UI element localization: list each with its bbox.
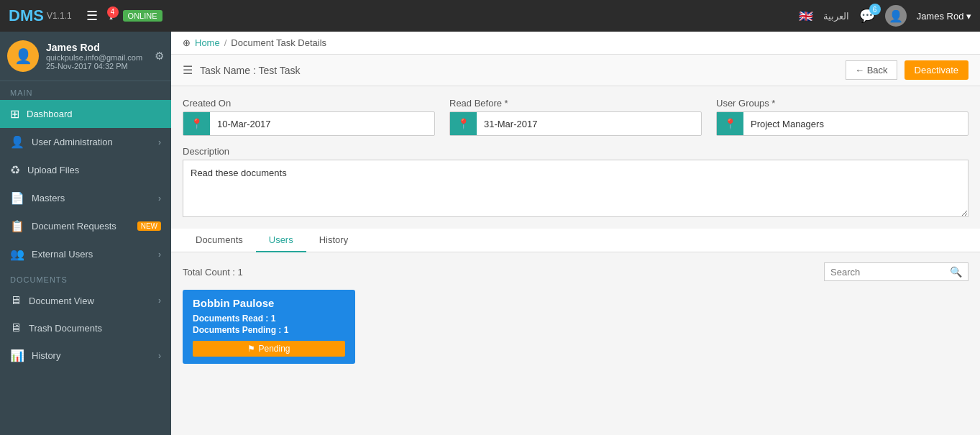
calendar-icon: 📍 — [183, 112, 210, 135]
online-status: ONLINE — [123, 10, 162, 22]
tab-users[interactable]: Users — [256, 229, 306, 252]
sidebar-item-masters[interactable]: 📄 Masters › — [0, 184, 171, 212]
back-button[interactable]: ← Back — [846, 60, 897, 80]
sidebar-item-label: Trash Documents — [29, 323, 102, 334]
chevron-right-icon: › — [158, 137, 161, 147]
hamburger-icon[interactable]: ☰ — [86, 8, 98, 24]
user-groups-value: Project Managers — [743, 113, 968, 135]
sidebar-item-document-view[interactable]: 🖥 Document View › — [0, 287, 171, 314]
content-area: ⊕ Home / Document Task Details ☰ Task Na… — [171, 32, 980, 435]
docs-read-label: Documents Read : — [193, 313, 268, 324]
user-card-docs-pending: Documents Pending : 1 — [193, 325, 345, 335]
description-textarea[interactable]: Read these documents — [183, 160, 968, 217]
notification-badge: 4 — [107, 6, 119, 18]
sidebar-item-document-requests[interactable]: 📋 Document Requests NEW — [0, 212, 171, 240]
sidebar-profile: 👤 James Rod quickpulse.info@gmail.com 25… — [0, 32, 171, 81]
gear-icon[interactable]: ⚙ — [155, 50, 164, 63]
documents-section-label: DOCUMENTS — [0, 268, 171, 287]
chevron-right-icon: › — [158, 249, 161, 260]
chat-button[interactable]: 💬 6 — [859, 8, 875, 24]
profile-info: James Rod quickpulse.info@gmail.com 25-N… — [46, 42, 147, 70]
sidebar-item-dashboard[interactable]: ⊞ Dashboard — [0, 100, 171, 128]
sidebar-item-external-users[interactable]: 👥 External Users › — [0, 240, 171, 268]
chevron-right-icon: › — [158, 193, 161, 203]
user-icon: 👤 — [10, 135, 24, 149]
sidebar-item-upload-files[interactable]: ♻ Upload Files — [0, 156, 171, 184]
sidebar-item-label: Upload Files — [27, 165, 79, 175]
sidebar-item-label: History — [32, 350, 60, 361]
sidebar-item-label: External Users — [32, 249, 93, 260]
sidebar: 👤 James Rod quickpulse.info@gmail.com 25… — [0, 32, 171, 435]
notification-button[interactable]: ℹ 4 — [109, 11, 113, 22]
user-groups-group: User Groups * 📍 Project Managers — [716, 98, 968, 136]
deactivate-button[interactable]: Deactivate — [905, 60, 968, 80]
profile-name: James Rod — [46, 42, 147, 53]
masters-icon: 📄 — [10, 191, 24, 205]
user-menu[interactable]: James Rod ▾ — [917, 11, 971, 22]
main-section-label: MAIN — [0, 81, 171, 100]
created-on-label: Created On — [183, 98, 435, 109]
created-on-group: Created On 📍 10-Mar-2017 — [183, 98, 435, 136]
top-navbar: DMS V1.1.1 ☰ ℹ 4 ONLINE 🇬🇧 العربية 💬 6 👤… — [0, 0, 980, 32]
docs-read-value: 1 — [271, 313, 276, 324]
chevron-right-icon: › — [158, 351, 161, 361]
app-version: V1.1.1 — [47, 11, 72, 21]
search-input[interactable] — [830, 267, 945, 278]
user-card[interactable]: Bobbin Paulose Documents Read : 1 Docume… — [183, 290, 355, 364]
read-before-label: Read Before * — [449, 98, 702, 109]
docs-pending-label: Documents Pending : — [193, 325, 281, 335]
description-label: Description — [183, 146, 968, 157]
search-box[interactable]: 🔍 — [824, 262, 968, 281]
pending-flag-icon: ⚑ — [247, 344, 255, 354]
document-view-icon: 🖥 — [10, 294, 22, 307]
sidebar-item-label: User Administration — [32, 137, 113, 147]
tab-content-users: Total Count : 1 🔍 Bobbin Paulose Documen… — [171, 252, 980, 435]
docs-pending-value: 1 — [284, 325, 289, 335]
main-layout: 👤 James Rod quickpulse.info@gmail.com 25… — [0, 32, 980, 435]
sidebar-item-label: Dashboard — [27, 109, 73, 119]
new-badge: NEW — [137, 221, 161, 231]
chat-badge: 6 — [869, 4, 881, 15]
sidebar-item-history[interactable]: 📊 History › — [0, 342, 171, 370]
task-menu-icon[interactable]: ☰ — [183, 63, 193, 77]
form-area: Created On 📍 10-Mar-2017 Read Before * 📍… — [171, 86, 980, 229]
read-before-group: Read Before * 📍 31-Mar-2017 — [449, 98, 702, 136]
doc-requests-icon: 📋 — [10, 219, 24, 233]
description-group: Description Read these documents — [183, 146, 968, 217]
sidebar-item-trash-documents[interactable]: 🖥 Trash Documents — [0, 314, 171, 342]
dashboard-icon: ⊞ — [10, 107, 19, 121]
user-groups-input[interactable]: 📍 Project Managers — [716, 111, 968, 136]
avatar: 👤 — [7, 40, 39, 72]
language-selector[interactable]: العربية — [823, 11, 849, 22]
user-card-name: Bobbin Paulose — [193, 297, 345, 309]
chevron-right-icon: › — [158, 296, 161, 306]
sidebar-item-user-administration[interactable]: 👤 User Administration › — [0, 128, 171, 156]
task-header: ☰ Task Name : Test Task ← Back Deactivat… — [171, 55, 980, 86]
read-before-value: 31-Mar-2017 — [477, 113, 701, 135]
created-on-value: 10-Mar-2017 — [210, 113, 434, 135]
location-icon: 📍 — [717, 112, 743, 135]
profile-email: quickpulse.info@gmail.com — [46, 53, 147, 62]
trash-icon: 🖥 — [10, 321, 22, 334]
tab-history[interactable]: History — [306, 229, 361, 252]
created-on-input[interactable]: 📍 10-Mar-2017 — [183, 111, 435, 136]
external-users-icon: 👥 — [10, 247, 24, 261]
breadcrumb-current: Document Task Details — [231, 37, 326, 48]
form-row-dates: Created On 📍 10-Mar-2017 Read Before * 📍… — [183, 98, 968, 136]
sidebar-item-label: Document View — [29, 296, 94, 306]
history-icon: 📊 — [10, 349, 24, 362]
user-groups-label: User Groups * — [716, 98, 968, 109]
profile-date: 25-Nov-2017 04:32 PM — [46, 62, 147, 70]
tabs-bar: Documents Users History — [171, 229, 980, 252]
sidebar-item-label: Masters — [32, 193, 65, 203]
breadcrumb: ⊕ Home / Document Task Details — [171, 32, 980, 55]
read-before-input[interactable]: 📍 31-Mar-2017 — [449, 111, 702, 136]
breadcrumb-separator: / — [224, 37, 227, 48]
upload-icon: ♻ — [10, 163, 20, 177]
app-brand: DMS — [9, 6, 44, 25]
breadcrumb-home-link[interactable]: Home — [195, 37, 220, 48]
avatar: 👤 — [885, 5, 907, 27]
flag-icon[interactable]: 🇬🇧 — [799, 9, 813, 23]
pending-status-label: Pending — [258, 344, 290, 354]
tab-documents[interactable]: Documents — [183, 229, 256, 252]
